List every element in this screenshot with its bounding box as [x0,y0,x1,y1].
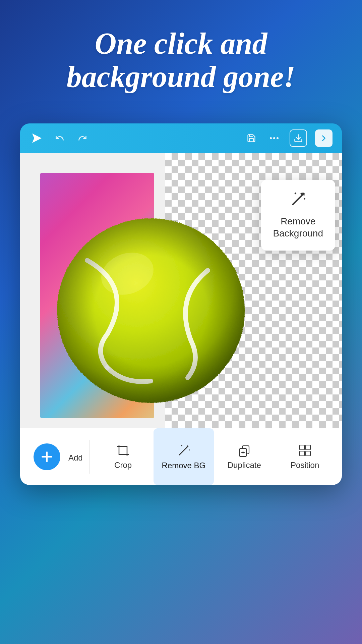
hero-line1: One click and [95,27,267,60]
svg-rect-27 [300,445,304,450]
svg-rect-30 [306,451,310,456]
svg-point-6 [57,218,245,403]
svg-text:✦: ✦ [303,197,306,201]
svg-point-2 [273,137,275,139]
svg-line-17 [179,448,186,455]
undo-button[interactable] [52,131,67,146]
add-button[interactable] [34,443,60,470]
remove-background-popup[interactable]: ✦ ✦ ✦ RemoveBackground [261,180,335,251]
position-tool[interactable]: Position [275,428,335,485]
hero-text: One click and background gone! [0,0,362,113]
tennis-ball-image [47,186,248,421]
toolbar-divider [89,440,89,474]
app-window: ✦ ✦ ✦ RemoveBackground Add [20,123,342,485]
remove-bg-tool[interactable]: ✦ ✦ ✦ Remove BG [154,428,214,485]
toolbar [20,123,342,153]
position-label: Position [291,461,319,470]
svg-text:✦: ✦ [299,191,303,197]
svg-point-1 [270,137,272,139]
download-button[interactable] [290,129,307,147]
remove-bg-label: Remove BG [162,461,206,470]
svg-rect-29 [300,451,304,456]
svg-line-8 [293,196,301,205]
svg-text:✦: ✦ [186,444,189,448]
save-button[interactable] [244,131,259,146]
hero-line2: background gone! [67,60,296,93]
duplicate-label: Duplicate [228,461,261,470]
svg-marker-0 [32,133,42,143]
crop-tool[interactable]: Crop [93,428,154,485]
magic-wand-icon: ✦ ✦ ✦ [289,191,307,211]
bottom-toolbar: Add Crop ✦ ✦ ✦ Remove BG [20,428,342,485]
redo-button[interactable] [75,131,90,146]
duplicate-tool[interactable]: Duplicate [214,428,275,485]
svg-text:✦: ✦ [189,449,191,451]
send-button[interactable] [315,129,333,147]
app-logo [29,131,44,146]
svg-text:✦: ✦ [181,444,183,447]
svg-text:✦: ✦ [294,192,297,195]
more-button[interactable] [267,131,282,146]
canvas-area: ✦ ✦ ✦ RemoveBackground [20,153,342,428]
svg-point-3 [277,137,279,139]
crop-label: Crop [114,461,132,470]
svg-rect-28 [306,445,310,450]
add-label: Add [68,453,83,463]
remove-bg-label: RemoveBackground [273,215,323,240]
